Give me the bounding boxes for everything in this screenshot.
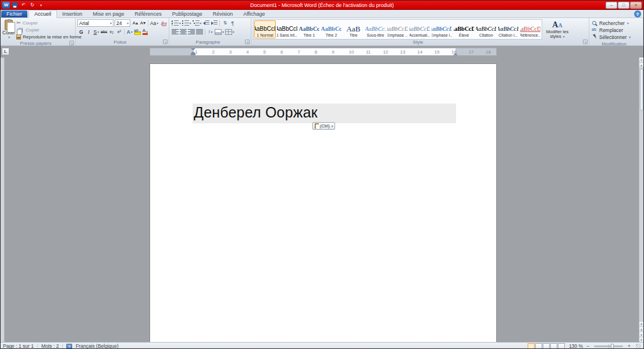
help-icon[interactable]: ? <box>634 10 641 17</box>
sort-button[interactable]: ⇅ <box>221 19 229 27</box>
tab-affichage[interactable]: Affichage <box>238 10 270 17</box>
paste-dropdown-icon[interactable]: ▾ <box>8 35 10 40</box>
align-left-button[interactable] <box>171 28 179 35</box>
font-color-button[interactable]: A▾ <box>141 28 149 35</box>
undo-icon[interactable]: ↶ <box>20 2 27 9</box>
align-right-button[interactable] <box>187 28 195 35</box>
clipboard-dialog-launcher[interactable]: ↘ <box>69 41 74 45</box>
document-text[interactable]: Денберел Ооржак <box>194 104 318 120</box>
style-sous-titre[interactable]: AaBbCc.Sous-titre <box>365 20 386 38</box>
cut-button[interactable]: ✂Couper <box>16 20 81 26</box>
paste-button[interactable]: Coller▾ <box>2 19 15 41</box>
font-size-combo[interactable]: 24▾ <box>115 19 130 27</box>
tab-publipostage[interactable]: Publipostage <box>167 10 208 17</box>
first-line-indent-marker[interactable] <box>191 48 195 51</box>
replace-button[interactable]: Remplacer <box>592 27 631 33</box>
subscript-button[interactable]: x₂ <box>108 28 115 35</box>
borders-button[interactable]: ▾ <box>225 28 235 35</box>
select-button[interactable]: Sélectionner▾ <box>592 34 631 40</box>
proofing-error-icon[interactable] <box>66 344 72 349</box>
select-browse-object-button[interactable]: ● <box>639 332 643 337</box>
style-titre-1[interactable]: AaBbCcTitre 1 <box>298 20 320 38</box>
web-layout-view-button[interactable] <box>543 343 550 349</box>
style-dialog-launcher[interactable]: ↘ <box>583 40 588 44</box>
find-button[interactable]: Rechercher▾ <box>592 20 631 26</box>
scroll-up-button[interactable]: ▲ <box>639 63 643 68</box>
copy-button[interactable]: Copier <box>16 27 81 33</box>
style-citation[interactable]: AaBbCcLCitation <box>475 20 497 38</box>
zoom-slider[interactable] <box>594 346 623 347</box>
zoom-level[interactable]: 130 % <box>569 343 583 349</box>
line-spacing-button[interactable]: ↕▾ <box>207 28 214 35</box>
style-eleve[interactable]: AaBbCcDtÉlevé <box>453 20 475 38</box>
style-reference[interactable]: AaBbCcDcRéférence... <box>520 20 541 38</box>
minimize-button[interactable]: – <box>606 2 617 9</box>
grow-font-button[interactable]: A▴ <box>131 19 139 27</box>
next-page-button[interactable]: ▼ <box>639 337 643 342</box>
tab-mise-en-page[interactable]: Mise en page <box>88 10 130 17</box>
style-accentuat[interactable]: AaBbCcDtAccentuat... <box>409 20 430 38</box>
word-logo-icon[interactable]: W <box>2 2 10 9</box>
tab-revision[interactable]: Révision <box>208 10 239 17</box>
format-painter-button[interactable]: Reproduire la mise en forme <box>16 34 81 40</box>
shading-button[interactable]: ▾ <box>214 28 225 35</box>
close-button[interactable]: × <box>630 2 642 9</box>
zoom-out-button[interactable]: − <box>585 343 591 349</box>
word-count[interactable]: Mots : 2 <box>41 343 59 349</box>
italic-button[interactable]: I <box>85 28 92 35</box>
maximize-button[interactable]: □ <box>618 2 629 9</box>
font-name-combo[interactable]: Arial▾ <box>77 19 113 27</box>
underline-button[interactable]: S▾ <box>92 28 100 35</box>
decrease-indent-button[interactable] <box>202 19 210 27</box>
tab-accueil[interactable]: Accueil <box>29 10 57 18</box>
pilcrow-button[interactable]: ¶ <box>229 19 236 27</box>
modify-styles-button[interactable]: AA Modifier les styles ▾ <box>544 19 571 40</box>
change-case-button[interactable]: Aa▾ <box>150 19 159 27</box>
style-titre-2[interactable]: AaBbCcTitre 2 <box>321 20 342 38</box>
paste-options-button[interactable]: (Ctrl) ▾ <box>312 122 335 130</box>
tab-insertion[interactable]: Insertion <box>57 10 88 17</box>
vertical-scrollbar[interactable]: ≡ ▲ ▼ ▲ ● ▼ <box>639 58 643 342</box>
outline-view-button[interactable] <box>550 343 557 349</box>
font-dialog-launcher[interactable]: ↘ <box>163 40 168 44</box>
tab-selector[interactable]: L <box>2 48 9 55</box>
superscript-button[interactable]: x² <box>115 28 123 35</box>
style-1-sans-int[interactable]: AaBbCcL1 Sans int... <box>276 20 298 38</box>
style-titre[interactable]: AaBTitre <box>343 20 364 38</box>
style-citation-i[interactable]: AaBbCcLCitation i... <box>497 20 519 38</box>
clear-formatting-button[interactable]: A <box>159 19 166 27</box>
numbering-button[interactable]: ▾ <box>182 19 192 27</box>
text-effects-button[interactable]: A▾ <box>126 28 133 35</box>
paragraph-dialog-launcher[interactable]: ↘ <box>245 40 250 44</box>
left-indent-marker[interactable] <box>191 54 195 55</box>
tab-fichier[interactable]: Fichier <box>1 10 27 17</box>
style-emphase[interactable]: AaBbCcDtEmphase ... <box>387 20 408 38</box>
style-1-normal[interactable]: AaBbCcL1 Normal <box>254 20 276 38</box>
qat-dropdown-icon[interactable]: ▾ <box>37 2 45 9</box>
redo-icon[interactable]: ↻ <box>29 2 36 9</box>
save-icon[interactable] <box>11 2 19 9</box>
zoom-in-button[interactable]: + <box>626 343 632 349</box>
full-screen-reading-view-button[interactable] <box>535 343 542 349</box>
previous-page-button[interactable]: ▲ <box>639 326 643 332</box>
print-layout-view-button[interactable] <box>528 343 535 349</box>
multilevel-list-button[interactable]: ▾ <box>192 19 202 27</box>
strikethrough-button[interactable]: abc <box>100 28 108 35</box>
draft-view-button[interactable] <box>558 343 565 349</box>
right-indent-marker[interactable] <box>453 53 458 55</box>
zoom-slider-thumb[interactable] <box>611 344 614 349</box>
language-indicator[interactable]: Français (Belgique) <box>76 343 119 349</box>
resize-grip[interactable] <box>636 344 641 349</box>
page-indicator[interactable]: Page : 1 sur 1 <box>3 343 34 349</box>
justify-button[interactable] <box>195 28 204 35</box>
scroll-down-button[interactable]: ▼ <box>639 321 643 326</box>
title-bar[interactable]: W↶↻▾ Document1 - Microsoft Word (Échec d… <box>1 1 643 10</box>
bullets-button[interactable]: ▾ <box>171 19 182 27</box>
ruler-toggle-button[interactable]: ≡ <box>639 58 643 63</box>
document-page[interactable]: Денберел Ооржак (Ctrl) ▾ <box>150 63 497 342</box>
increase-indent-button[interactable] <box>210 19 218 27</box>
align-center-button[interactable] <box>179 28 187 35</box>
shrink-font-button[interactable]: A▾ <box>139 19 147 27</box>
tab-references[interactable]: Références <box>130 10 167 17</box>
style-emphase-i[interactable]: AaBbCcDtEmphase i... <box>431 20 453 38</box>
